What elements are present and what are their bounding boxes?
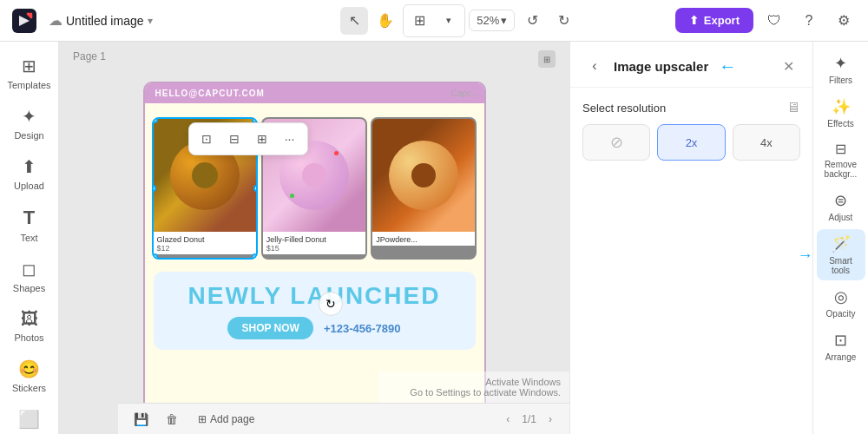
resolution-4x-button[interactable]: 4x	[733, 124, 800, 161]
shop-now-button[interactable]: SHOP NOW	[227, 317, 312, 339]
filters-icon: ✦	[834, 54, 847, 73]
upscaler-content: ‹ Image upscaler ← ✕ Select resolution 🖥…	[570, 42, 812, 434]
activate-windows-banner: Activate Windows Go to Settings to activ…	[378, 372, 569, 403]
undo-button[interactable]: ↺	[518, 7, 546, 35]
donut-name-1: Glazed Donut	[157, 235, 253, 244]
donut-card-3[interactable]: JPowdere...	[371, 117, 477, 260]
bottom-bar: 💾 🗑 ⊞ Add page ‹ 1/1 ›	[118, 403, 569, 434]
sidebar-item-frames[interactable]: ⬜ Frames	[3, 402, 56, 434]
activate-line1: Activate Windows	[387, 377, 561, 387]
canvas-brand: HELLO@CAPCUT.COM	[155, 89, 265, 98]
resolution-label: Select resolution 🖥	[582, 100, 800, 115]
upload-label: Upload	[14, 181, 44, 191]
photos-icon: 🖼	[21, 309, 38, 329]
export-icon: ⬆	[689, 14, 699, 27]
sidebar-item-shapes[interactable]: ◻ Shapes	[3, 252, 56, 300]
upload-icon: ⬆	[22, 156, 36, 177]
redo-button[interactable]: ↻	[549, 7, 577, 35]
upscaler-header-left: ‹ Image upscaler ←	[582, 54, 736, 78]
title-chevron[interactable]: ▾	[148, 15, 153, 27]
zoom-value: 52%	[477, 14, 499, 27]
arrange-icon: ⊡	[834, 331, 847, 350]
right-icon-filters[interactable]: ✦ Filters	[817, 49, 865, 90]
right-icon-smart-tools[interactable]: → 🪄 Smart tools	[817, 229, 865, 280]
right-icon-opacity[interactable]: ◎ Opacity	[817, 282, 865, 324]
frames-icon: ⬜	[18, 409, 40, 430]
export-label: Export	[704, 14, 740, 27]
settings-icon-button[interactable]: ⚙	[830, 7, 858, 35]
smart-tools-icon: 🪄	[832, 234, 851, 253]
arrange-label: Arrange	[825, 352, 857, 362]
topbar: ☁ Untitled image ▾ ↖ ✋ ⊞ ▾ 52% ▾ ↺ ↻ ⬆ E…	[0, 0, 868, 42]
donut-info-1: Glazed Donut $12	[154, 232, 256, 254]
zoom-chevron: ▾	[501, 14, 507, 27]
remove-bg-label: Remove backgr...	[820, 160, 862, 179]
stickers-label: Stickers	[12, 383, 46, 393]
banner-title: NEWLY LAUNCHED	[188, 282, 441, 310]
topbar-right: ⬆ Export 🛡 ? ⚙	[675, 7, 858, 35]
sidebar-item-upload[interactable]: ⬆ Upload	[3, 149, 56, 198]
phone-number: +123-456-7890	[324, 322, 401, 335]
upscaler-body: Select resolution 🖥 ⊘ 2x 4x	[570, 88, 812, 185]
4x-label: 4x	[760, 136, 773, 149]
sidebar-item-text[interactable]: T Text	[3, 200, 56, 250]
design-canvas: HELLO@CAPCUT.COM ⊡ ⊟ ⊞ ··· Capc...	[143, 82, 486, 411]
float-tool-more[interactable]: ···	[278, 127, 302, 151]
title-area: ☁ Untitled image ▾	[49, 12, 153, 29]
frame-tool-group: ⊞ ▾	[403, 4, 465, 37]
shapes-label: Shapes	[13, 283, 45, 293]
design-icon: ✦	[22, 106, 36, 127]
templates-label: Templates	[7, 80, 50, 90]
opacity-icon: ◎	[834, 287, 848, 306]
float-tool-grid[interactable]: ⊟	[222, 127, 247, 151]
right-icon-adjust[interactable]: ⊜ Adjust	[817, 186, 865, 227]
right-icon-effects[interactable]: ✨ Effects	[817, 92, 865, 134]
upscaler-arrow: ←	[719, 56, 736, 76]
right-iconbar: ✦ Filters ✨ Effects ⊟ Remove backgr... ⊜…	[812, 42, 868, 434]
sidebar-item-templates[interactable]: ⊞ Templates	[3, 49, 56, 97]
float-toolbar: ⊡ ⊟ ⊞ ···	[188, 122, 308, 155]
resolution-btn-disabled: ⊘	[582, 124, 650, 161]
sidebar-item-photos[interactable]: 🖼 Photos	[3, 302, 56, 350]
frame-tool[interactable]: ⊞	[405, 7, 433, 35]
templates-icon: ⊞	[22, 56, 36, 76]
save-icon-button[interactable]: 💾	[128, 407, 153, 431]
prev-page-button[interactable]: ‹	[499, 411, 516, 428]
hand-tool[interactable]: ✋	[372, 7, 399, 35]
trash-icon-button[interactable]: 🗑	[160, 407, 184, 431]
donut-name-2: Jelly-Filled Donut	[266, 235, 362, 244]
float-tool-mask[interactable]: ⊞	[250, 127, 274, 151]
monitor-icon: 🖥	[786, 100, 800, 115]
canvas-header: HELLO@CAPCUT.COM	[145, 83, 484, 103]
export-button[interactable]: ⬆ Export	[675, 8, 753, 33]
right-icon-arrange[interactable]: ⊡ Arrange	[817, 326, 865, 367]
right-icon-remove-bg[interactable]: ⊟ Remove backgr...	[817, 135, 865, 184]
2x-label: 2x	[686, 136, 698, 149]
main-area: ⊞ Templates ✦ Design ⬆ Upload T Text ◻ S…	[0, 42, 868, 434]
stickers-icon: 😊	[18, 358, 40, 379]
frame-chevron[interactable]: ▾	[435, 7, 463, 35]
zoom-control[interactable]: 52% ▾	[469, 10, 515, 31]
help-icon-button[interactable]: ?	[795, 7, 823, 35]
left-sidebar: ⊞ Templates ✦ Design ⬆ Upload T Text ◻ S…	[0, 42, 59, 434]
select-tool[interactable]: ↖	[340, 7, 368, 35]
float-tool-crop[interactable]: ⊡	[194, 127, 219, 151]
donut-price-1: $12	[157, 244, 253, 253]
sidebar-item-stickers[interactable]: 😊 Stickers	[3, 352, 56, 400]
resolution-2x-button[interactable]: 2x	[657, 124, 725, 161]
activate-line2: Go to Settings to activate Windows.	[387, 387, 561, 398]
back-button[interactable]: ‹	[582, 54, 607, 78]
shapes-icon: ◻	[22, 259, 36, 279]
add-page-button[interactable]: ⊞ Add page	[191, 410, 261, 429]
close-upscaler-button[interactable]: ✕	[776, 54, 800, 78]
page-expand-button[interactable]: ⊞	[538, 50, 556, 68]
app-logo	[10, 7, 38, 35]
resolution-buttons: ⊘ 2x 4x	[582, 124, 800, 161]
document-title[interactable]: Untitled image	[66, 14, 144, 28]
shield-icon-button[interactable]: 🛡	[760, 7, 788, 35]
donut-info-2: Jelly-Filled Donut $15	[263, 232, 365, 254]
next-page-button[interactable]: ›	[542, 411, 559, 428]
refresh-button[interactable]: ↻	[319, 292, 343, 316]
sidebar-item-design[interactable]: ✦ Design	[3, 99, 56, 148]
page-counter: ‹ 1/1 ›	[499, 411, 559, 428]
